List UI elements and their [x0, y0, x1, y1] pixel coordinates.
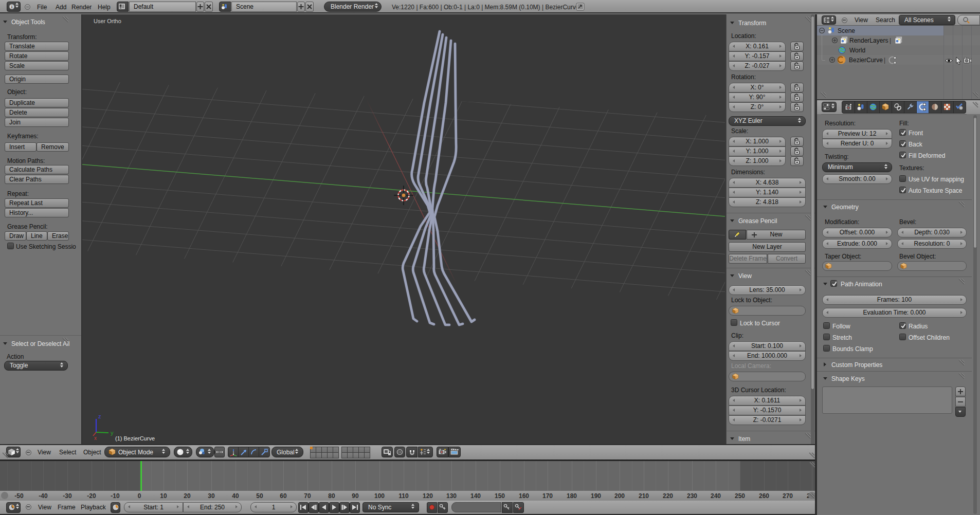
- svg-text:y: y: [111, 430, 114, 436]
- svg-text:x: x: [94, 435, 97, 441]
- svg-text:z: z: [98, 413, 101, 419]
- svg-text:(1) BezierCurve: (1) BezierCurve: [115, 435, 155, 442]
- svg-text:User Ortho: User Ortho: [94, 18, 121, 24]
